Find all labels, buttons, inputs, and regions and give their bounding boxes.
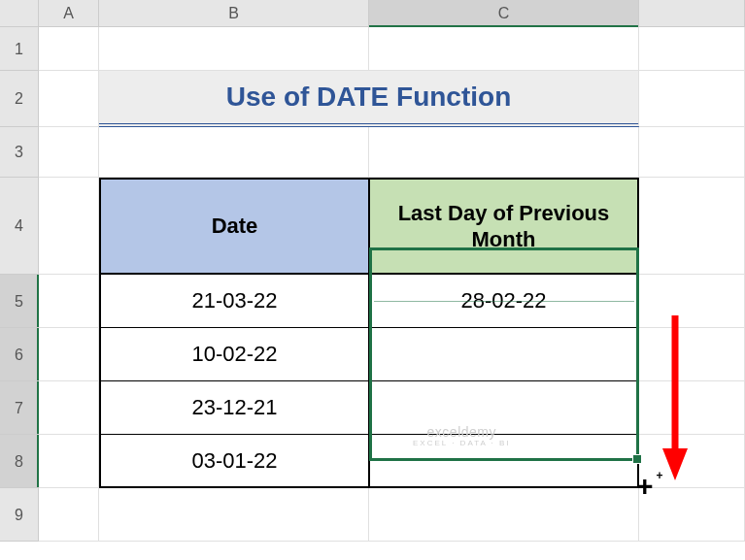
cell-A3[interactable] (39, 127, 99, 178)
cell-B8[interactable]: 03-01-22 (99, 435, 369, 488)
cell-C9[interactable] (369, 488, 639, 542)
cell-A9[interactable] (39, 488, 99, 542)
cell-B9[interactable] (99, 488, 369, 542)
cell-D7[interactable] (639, 381, 745, 435)
spreadsheet: A B C 1 2 3 4 5 6 7 8 9 Use of DATE Func… (0, 0, 745, 27)
cell-A2[interactable] (39, 71, 99, 127)
cell-C7[interactable] (369, 381, 639, 435)
row-header-3[interactable]: 3 (0, 127, 39, 178)
col-header-C[interactable]: C (369, 0, 639, 26)
cell-C6[interactable] (369, 328, 639, 381)
col-header-A[interactable]: A (39, 0, 99, 26)
cell-B1[interactable] (99, 27, 369, 71)
cell-C3[interactable] (369, 127, 639, 178)
row-header-1[interactable]: 1 (0, 27, 39, 71)
column-headers: A B C (0, 0, 745, 27)
cell-C5[interactable]: 28-02-22 (369, 275, 639, 328)
cell-D1[interactable] (639, 27, 745, 71)
header-last-day[interactable]: Last Day of Previous Month (369, 178, 639, 275)
row-header-9[interactable]: 9 (0, 488, 39, 542)
row-header-6[interactable]: 6 (0, 328, 39, 381)
row-headers: 1 2 3 4 5 6 7 8 9 (0, 27, 39, 542)
row-header-5[interactable]: 5 (0, 275, 39, 328)
cell-C8[interactable] (369, 435, 639, 488)
header-date[interactable]: Date (99, 178, 369, 275)
cell-B3[interactable] (99, 127, 369, 178)
cell-A5[interactable] (39, 275, 99, 328)
cell-A1[interactable] (39, 27, 99, 71)
select-all-corner[interactable] (0, 0, 39, 26)
cell-D5[interactable] (639, 275, 745, 328)
cell-D4[interactable] (639, 178, 745, 275)
title-cell[interactable]: Use of DATE Function (99, 71, 639, 127)
cell-D3[interactable] (639, 127, 745, 178)
row-header-4[interactable]: 4 (0, 178, 39, 275)
cell-D2[interactable] (639, 71, 745, 127)
col-header-D[interactable] (639, 0, 745, 26)
cell-B6[interactable]: 10-02-22 (99, 328, 369, 381)
cell-D8[interactable] (639, 435, 745, 488)
grid-body: Use of DATE Function Date Last Day of Pr… (39, 27, 745, 542)
cell-A8[interactable] (39, 435, 99, 488)
cell-B5[interactable]: 21-03-22 (99, 275, 369, 328)
row-header-8[interactable]: 8 (0, 435, 39, 488)
cell-A4[interactable] (39, 178, 99, 275)
row-header-7[interactable]: 7 (0, 381, 39, 435)
cell-A6[interactable] (39, 328, 99, 381)
row-header-2[interactable]: 2 (0, 71, 39, 127)
cell-A7[interactable] (39, 381, 99, 435)
col-header-B[interactable]: B (99, 0, 369, 26)
cell-D9[interactable] (639, 488, 745, 542)
cell-B7[interactable]: 23-12-21 (99, 381, 369, 435)
cell-C1[interactable] (369, 27, 639, 71)
cell-D6[interactable] (639, 328, 745, 381)
